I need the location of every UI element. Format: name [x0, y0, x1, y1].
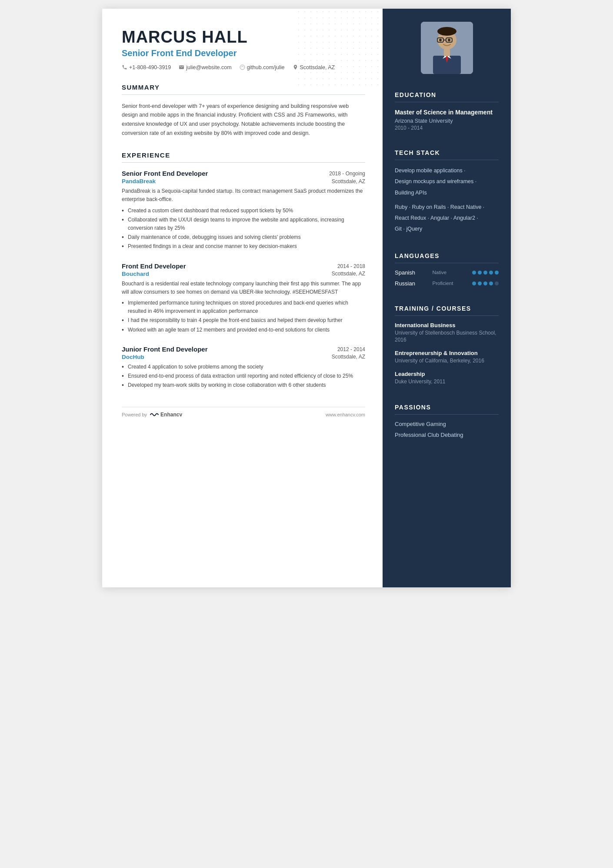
- course-name-3: Leadership: [395, 371, 499, 377]
- training-title: TRAINING / COURSES: [395, 305, 499, 312]
- bullet-item: Implemented performance tuning technique…: [122, 299, 365, 315]
- bullet-item: Ensured end-to-end process of data extra…: [122, 372, 365, 380]
- tech-stack-section: TECH STACK Develop mobile applications ·…: [383, 141, 511, 234]
- summary-title: SUMMARY: [122, 84, 365, 91]
- dot: [478, 282, 482, 285]
- education-title: EDUCATION: [395, 91, 499, 98]
- course-2: Entrepreneurship & Innovation University…: [395, 350, 499, 365]
- powered-by: Powered by Enhancv: [122, 412, 182, 418]
- exp-location-3: Scottsdale, AZ: [332, 354, 365, 360]
- lang-name-russian: Russian: [395, 280, 423, 287]
- github-value: github.com/julie: [247, 64, 285, 70]
- svg-rect-12: [444, 49, 450, 56]
- full-name: MARCUS HALL: [122, 28, 365, 47]
- dot: [472, 282, 476, 285]
- exp-company-3: DocHub: [122, 354, 144, 360]
- languages-divider: [395, 263, 499, 263]
- passions-title: PASSIONS: [395, 404, 499, 411]
- dot: [483, 282, 487, 285]
- exp-bullets-1: Created a custom client dashboard that r…: [122, 207, 365, 251]
- dot: [489, 282, 493, 285]
- tech-stack-title: TECH STACK: [395, 149, 499, 156]
- svg-point-6: [439, 39, 442, 41]
- enhancv-logo: Enhancv: [150, 412, 182, 418]
- bullet-item: Daily maintenance of code, debugging iss…: [122, 233, 365, 241]
- course-1: International Business University of Ste…: [395, 322, 499, 344]
- exp-company-row-3: DocHub Scottsdale, AZ: [122, 354, 365, 360]
- job-title: Senior Front End Developer: [122, 48, 365, 58]
- profile-photo: [421, 22, 473, 74]
- experience-divider: [122, 162, 365, 163]
- bullet-item: Presented findings in a clear and concis…: [122, 242, 365, 251]
- dot: [472, 271, 476, 275]
- svg-point-8: [437, 27, 456, 36]
- tech-item: Develop mobile applications ·: [395, 166, 499, 175]
- email-value: julie@website.com: [186, 64, 231, 70]
- location-value: Scottsdale, AZ: [300, 64, 335, 70]
- dot: [483, 271, 487, 275]
- exp-header-3: Junior Front End Developer 2012 - 2014: [122, 345, 365, 353]
- dot: [489, 271, 493, 275]
- photo-area: [383, 9, 511, 83]
- course-name-2: Entrepreneurship & Innovation: [395, 350, 499, 356]
- svg-point-0: [240, 65, 245, 70]
- course-school-2: University of California, Berkeley, 2016: [395, 357, 499, 365]
- exp-date-2: 2014 - 2018: [337, 262, 365, 269]
- bullet-item: Worked with an agile team of 12 members …: [122, 326, 365, 334]
- exp-entry-2: Front End Developer 2014 - 2018 Bouchard…: [122, 262, 365, 334]
- lang-level-spanish: Native: [433, 270, 463, 275]
- course-name-1: International Business: [395, 322, 499, 328]
- exp-desc-2: Bouchard is a residential real estate te…: [122, 280, 365, 296]
- exp-bullets-2: Implemented performance tuning technique…: [122, 299, 365, 334]
- edu-school: Arizona State University: [395, 118, 499, 124]
- tech-item: Building APIs: [395, 188, 499, 198]
- tech-item: Ruby · Ruby on Rails · React Native ·: [395, 203, 499, 212]
- exp-company-row-2: Bouchard Scottsdale, AZ: [122, 271, 365, 277]
- exp-location-2: Scottsdale, AZ: [332, 271, 365, 277]
- tech-item: Git · jQuery: [395, 225, 499, 234]
- exp-company-1: PandaBreak: [122, 178, 156, 184]
- phone-value: +1-808-490-3919: [129, 64, 171, 70]
- bullet-item: Created 4 application to solve problems …: [122, 363, 365, 371]
- github-icon: [240, 64, 245, 70]
- dot: [495, 271, 499, 275]
- tech-stack-divider: [395, 160, 499, 160]
- right-column: EDUCATION Master of Science in Managemen…: [383, 9, 511, 587]
- profile-photo-svg: [421, 22, 473, 74]
- lang-name-spanish: Spanish: [395, 269, 423, 276]
- languages-section: LANGUAGES Spanish Native Russian Profici…: [383, 244, 511, 287]
- experience-title: EXPERIENCE: [122, 151, 365, 159]
- education-section: EDUCATION Master of Science in Managemen…: [383, 83, 511, 131]
- passion-2: Professional Club Debating: [395, 432, 499, 438]
- left-column: MARCUS HALL Senior Front End Developer +…: [102, 9, 383, 587]
- exp-company-row-1: PandaBreak Scottsdale, AZ: [122, 178, 365, 184]
- bullet-item: Developed my team-work skills by working…: [122, 381, 365, 389]
- languages-title: LANGUAGES: [395, 252, 499, 259]
- tech-item: React Redux · Angular · Angular2 ·: [395, 214, 499, 223]
- exp-role-2: Front End Developer: [122, 262, 186, 270]
- github-contact: github.com/julie: [240, 64, 285, 70]
- resume-container: MARCUS HALL Senior Front End Developer +…: [102, 9, 511, 587]
- course-school-1: University of Stellenbosch Business Scho…: [395, 329, 499, 344]
- footer-url: www.enhancv.com: [326, 412, 365, 417]
- exp-desc-1: PandaBreak is a Sequoia-capital funded s…: [122, 187, 365, 204]
- bullet-item: Collaborated with the UX/UI design teams…: [122, 216, 365, 232]
- exp-bullets-3: Created 4 application to solve problems …: [122, 363, 365, 390]
- lang-level-russian: Proficient: [433, 281, 463, 286]
- location-icon: [293, 64, 298, 70]
- tech-group-2: Ruby · Ruby on Rails · React Native · Re…: [395, 203, 499, 234]
- exp-location-1: Scottsdale, AZ: [332, 178, 365, 184]
- exp-company-2: Bouchard: [122, 271, 149, 277]
- bullet-item: I had the responsibility to train 4 peop…: [122, 316, 365, 325]
- exp-date-3: 2012 - 2014: [337, 345, 365, 352]
- dot: [478, 271, 482, 275]
- education-divider: [395, 102, 499, 102]
- passion-1: Competitive Gaming: [395, 421, 499, 427]
- training-divider: [395, 315, 499, 316]
- phone-icon: [122, 64, 127, 70]
- lang-dots-russian: [472, 282, 499, 285]
- svg-point-7: [448, 39, 450, 41]
- email-contact: julie@website.com: [179, 64, 231, 70]
- exp-header-1: Senior Front End Developer 2018 - Ongoin…: [122, 170, 365, 177]
- lang-dots-spanish: [472, 271, 499, 275]
